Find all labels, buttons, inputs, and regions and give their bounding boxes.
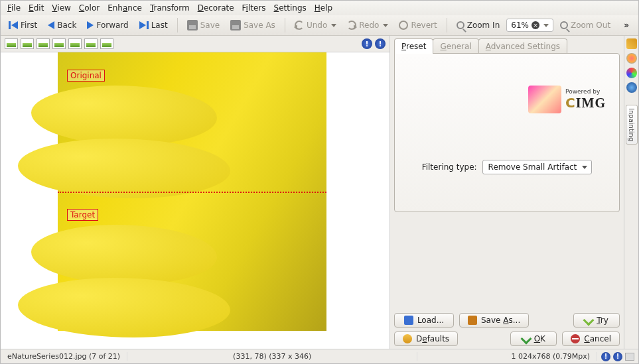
resize-grip[interactable] xyxy=(625,353,634,361)
magnifier-icon xyxy=(457,21,464,29)
menu-edit[interactable]: Edit xyxy=(29,3,44,13)
arrow-right-icon xyxy=(139,21,146,29)
menu-color[interactable]: Color xyxy=(79,3,100,13)
dropdown-caret-icon[interactable] xyxy=(543,24,549,27)
zoom-value-text: 61% xyxy=(511,21,529,30)
cimg-logo-image xyxy=(528,86,561,113)
info-icon[interactable]: ! xyxy=(362,38,372,49)
defaults-label: Defaults xyxy=(416,334,449,343)
tab-preset[interactable]: Preset xyxy=(394,38,433,54)
zoom-out-button[interactable]: Zoom Out xyxy=(556,19,614,32)
main-toolbar: First Back Forward Last Save Save As Und… xyxy=(1,15,638,36)
filtering-type-row: Filtering type: Remove Small Artifact xyxy=(395,160,619,174)
preset-panel: Powered by CIMG Filtering type: Remove S… xyxy=(394,53,620,212)
original-label: Original xyxy=(67,70,105,82)
view-mode-button-2[interactable] xyxy=(21,38,34,49)
filtering-type-value: Remove Small Artifact xyxy=(488,162,577,172)
palette-icon[interactable] xyxy=(626,53,637,64)
status-dimensions: 1 024x768 (0.79Mpx) xyxy=(417,352,597,361)
save-as-label: Save As... xyxy=(481,316,520,325)
info-icon[interactable]: ! xyxy=(613,352,622,361)
check-icon xyxy=(520,334,532,345)
save-label: Save xyxy=(200,21,220,30)
zoom-in-button[interactable]: Zoom In xyxy=(453,19,504,32)
settings-pane: Preset General Advanced Settings Powered… xyxy=(390,36,624,349)
ok-label: OK xyxy=(534,334,545,343)
settings-tabs: Preset General Advanced Settings xyxy=(394,38,620,54)
menu-decorate[interactable]: Decorate xyxy=(198,3,234,13)
menu-bar: File Edit View Color Enhance Transform D… xyxy=(1,1,638,15)
save-as-button[interactable]: Save As xyxy=(226,18,279,32)
bar-icon xyxy=(9,21,11,29)
view-mode-button-7[interactable] xyxy=(100,38,113,49)
status-coords: (331, 78) (337 x 346) xyxy=(127,352,417,361)
cancel-icon xyxy=(571,334,580,343)
nav-last-button[interactable]: Last xyxy=(135,19,172,32)
dropdown-caret-icon[interactable] xyxy=(331,24,336,27)
info-icon[interactable]: ! xyxy=(601,352,610,361)
zoom-value-field[interactable]: 61% × xyxy=(506,19,553,32)
status-corner: ! ! xyxy=(597,352,638,361)
separator xyxy=(447,18,447,32)
view-mode-button-3[interactable] xyxy=(36,38,50,49)
separator xyxy=(285,18,285,32)
image-canvas[interactable]: Original Target xyxy=(1,52,390,349)
preview-pane: ! ! Original Target xyxy=(1,36,390,349)
nav-back-label: Back xyxy=(57,21,76,30)
load-button[interactable]: Load... xyxy=(394,313,454,328)
menu-filters[interactable]: Filters xyxy=(242,3,266,13)
toolbar-overflow-button[interactable]: » xyxy=(618,21,634,30)
cancel-label: Cancel xyxy=(584,334,611,343)
redo-button[interactable]: Redo xyxy=(343,19,392,32)
cancel-button[interactable]: Cancel xyxy=(562,332,620,346)
undo-button[interactable]: Undo xyxy=(291,19,340,32)
arrow-right-icon xyxy=(87,21,94,29)
dropdown-caret-icon[interactable] xyxy=(383,24,388,27)
try-button[interactable]: Try xyxy=(573,313,620,328)
clear-icon[interactable]: × xyxy=(532,21,539,29)
menu-view[interactable]: View xyxy=(52,3,70,13)
view-mode-button-6[interactable] xyxy=(84,38,98,49)
save-button[interactable]: Save xyxy=(183,18,224,32)
save-icon xyxy=(468,316,477,325)
menu-settings[interactable]: Settings xyxy=(274,3,307,13)
arrow-left-icon xyxy=(48,21,54,29)
defaults-button[interactable]: Defaults xyxy=(394,332,458,346)
pencil-icon[interactable] xyxy=(626,38,637,49)
revert-button[interactable]: Revert xyxy=(395,19,441,32)
menu-enhance[interactable]: Enhance xyxy=(107,3,142,13)
color-wheel-icon[interactable] xyxy=(626,68,637,78)
nav-first-button[interactable]: First xyxy=(5,19,41,32)
info-icon[interactable]: ! xyxy=(375,38,386,49)
inpainting-label: Inpainting xyxy=(628,108,635,141)
tab-advanced[interactable]: Advanced Settings xyxy=(478,38,567,54)
inpainting-tab[interactable]: Inpainting xyxy=(626,105,638,145)
nav-forward-button[interactable]: Forward xyxy=(83,19,132,32)
revert-label: Revert xyxy=(411,21,437,30)
magnifier-icon xyxy=(560,21,568,29)
target-label: Target xyxy=(67,209,98,221)
load-label: Load... xyxy=(417,316,444,325)
nav-first-label: First xyxy=(21,21,37,30)
menu-help[interactable]: Help xyxy=(315,3,332,13)
dialog-button-row: Defaults OK Cancel xyxy=(394,328,620,346)
tab-general[interactable]: General xyxy=(433,38,478,54)
ok-button[interactable]: OK xyxy=(510,332,557,346)
separator xyxy=(177,18,178,32)
zoom-out-label: Zoom Out xyxy=(571,21,610,30)
cimg-logo-text: CIMG xyxy=(565,95,606,111)
save-as-preset-button[interactable]: Save As... xyxy=(459,313,529,328)
image-content: Original Target xyxy=(58,52,326,331)
globe-icon[interactable] xyxy=(626,82,637,93)
central-area: ! ! Original Target Preset General xyxy=(1,36,638,349)
status-filename: eNatureSeries012.jpg (7 of 21) xyxy=(1,352,127,361)
view-mode-button-5[interactable] xyxy=(68,38,82,49)
split-divider[interactable] xyxy=(58,192,326,193)
view-mode-button-1[interactable] xyxy=(5,38,18,49)
menu-file[interactable]: File xyxy=(7,3,21,13)
view-mode-button-4[interactable] xyxy=(52,38,66,49)
menu-transform[interactable]: Transform xyxy=(150,3,190,13)
filtering-type-select[interactable]: Remove Small Artifact xyxy=(482,160,593,174)
nav-back-button[interactable]: Back xyxy=(44,19,80,32)
preset-io-row: Load... Save As... Try xyxy=(394,309,620,328)
